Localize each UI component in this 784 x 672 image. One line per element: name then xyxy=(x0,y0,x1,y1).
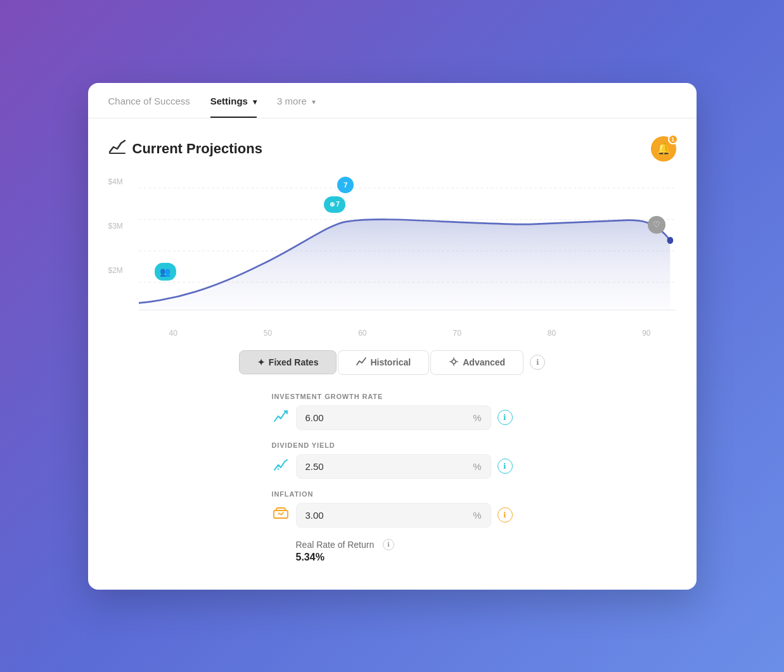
settings-chevron-icon: ▾ xyxy=(253,98,257,106)
growth-rate-row: % ℹ xyxy=(272,405,513,430)
y-label-2m: $2M xyxy=(108,266,134,275)
section-title: Current Projections xyxy=(108,139,262,158)
dividend-yield-label: DIVIDEND YIELD xyxy=(272,441,513,449)
tab-bar: Chance of Success Settings ▾ 3 more ▾ xyxy=(88,83,697,118)
content-area: Current Projections 🔔 1 $4M $3M $2M xyxy=(88,118,697,586)
dividend-yield-input-wrap[interactable]: % xyxy=(296,454,491,479)
growth-rate-label: INVESTMENT GROWTH RATE xyxy=(272,393,513,400)
tab-chance-of-success[interactable]: Chance of Success xyxy=(108,83,190,118)
rate-tab-historical[interactable]: Historical xyxy=(338,350,429,375)
chart-x-labels: 40 50 60 70 80 90 xyxy=(139,324,676,338)
field-group-dividend: DIVIDEND YIELD % ℹ xyxy=(272,441,513,479)
field-group-inflation: INFLATION % ℹ xyxy=(272,490,513,528)
inflation-input[interactable] xyxy=(305,510,473,521)
marker-7-blue: 7 xyxy=(337,177,354,193)
tab-more[interactable]: 3 more ▾ xyxy=(277,83,316,118)
notification-badge: 1 xyxy=(668,134,678,144)
real-rate-section: Real Rate of Return ℹ 5.34% xyxy=(272,539,513,563)
inflation-row: % ℹ xyxy=(272,503,513,528)
chart-container: $4M $3M $2M xyxy=(139,174,676,314)
growth-rate-input[interactable] xyxy=(305,412,473,423)
fixed-rates-icon: ✦ xyxy=(257,357,265,367)
more-chevron-icon: ▾ xyxy=(312,98,316,106)
inflation-input-wrap[interactable]: % xyxy=(296,503,491,528)
inflation-icon xyxy=(272,507,290,523)
chart-svg xyxy=(139,174,676,314)
marker-heart: ♡ xyxy=(648,216,665,234)
advanced-icon xyxy=(449,357,459,368)
rate-info-button[interactable]: ℹ xyxy=(530,355,545,370)
x-label-90: 90 xyxy=(642,329,650,338)
dividend-yield-icon xyxy=(272,459,290,474)
real-rate-info[interactable]: ℹ xyxy=(383,539,394,550)
y-label-3m: $3M xyxy=(108,222,134,231)
growth-rate-icon xyxy=(272,410,290,426)
rate-tab-advanced[interactable]: Advanced xyxy=(430,350,524,375)
inflation-info[interactable]: ℹ xyxy=(498,507,513,523)
form-section: INVESTMENT GROWTH RATE % ℹ DIVIDEND YIEL… xyxy=(272,393,513,563)
dividend-yield-input[interactable] xyxy=(305,461,473,472)
x-label-70: 70 xyxy=(453,329,461,338)
dividend-yield-row: % ℹ xyxy=(272,454,513,479)
svg-point-6 xyxy=(667,237,673,244)
notification-button[interactable]: 🔔 1 xyxy=(651,136,676,162)
inflation-suffix: % xyxy=(473,510,481,521)
marker-person: 👥 xyxy=(155,263,176,281)
tab-settings[interactable]: Settings ▾ xyxy=(210,83,257,118)
growth-rate-input-wrap[interactable]: % xyxy=(296,405,491,430)
growth-rate-suffix: % xyxy=(473,412,481,423)
x-label-80: 80 xyxy=(548,329,556,338)
inflation-label: INFLATION xyxy=(272,490,513,498)
marker-teal-pair: ⊕7 xyxy=(324,196,345,213)
svg-point-7 xyxy=(452,360,456,364)
dividend-yield-suffix: % xyxy=(473,461,481,472)
historical-icon xyxy=(356,357,366,368)
dividend-yield-info[interactable]: ℹ xyxy=(498,459,513,474)
real-rate-label: Real Rate of Return ℹ xyxy=(296,539,513,550)
rate-tab-fixed[interactable]: ✦ Fixed Rates xyxy=(239,350,337,374)
section-header: Current Projections 🔔 1 xyxy=(108,136,676,162)
real-rate-value: 5.34% xyxy=(296,552,513,563)
field-group-growth: INVESTMENT GROWTH RATE % ℹ xyxy=(272,393,513,430)
rate-tabs: ✦ Fixed Rates Historical Advanced ℹ xyxy=(108,350,676,375)
x-label-60: 60 xyxy=(358,329,366,338)
x-label-50: 50 xyxy=(264,329,272,338)
y-label-4m: $4M xyxy=(108,177,134,186)
x-label-40: 40 xyxy=(169,329,177,338)
main-card: Chance of Success Settings ▾ 3 more ▾ Cu… xyxy=(88,83,697,590)
projections-icon xyxy=(108,139,126,158)
growth-rate-info[interactable]: ℹ xyxy=(498,410,513,425)
